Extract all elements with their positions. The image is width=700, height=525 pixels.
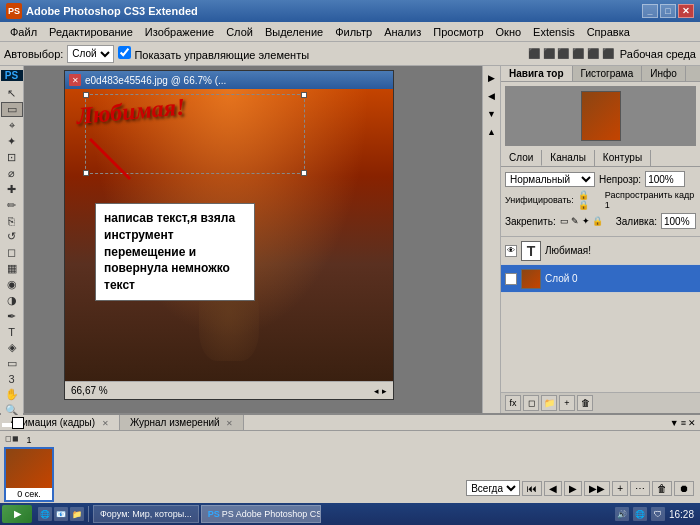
tab-measurement[interactable]: Журнал измерений ✕: [120, 415, 244, 430]
window-controls: _ □ ✕: [642, 4, 694, 18]
start-button[interactable]: ▶: [2, 505, 32, 523]
tab-navigator[interactable]: Навига тор: [501, 66, 573, 81]
blur-tool[interactable]: ◉: [1, 277, 23, 292]
pen-tool[interactable]: ✒: [1, 309, 23, 324]
delete-layer-button[interactable]: 🗑: [577, 395, 593, 411]
menu-layer[interactable]: Слой: [220, 24, 259, 40]
menu-filter[interactable]: Фильтр: [329, 24, 378, 40]
panel-close-btn[interactable]: ✕: [688, 418, 696, 428]
close-button[interactable]: ✕: [678, 4, 694, 18]
text-tool[interactable]: T: [1, 325, 23, 339]
animation-controls-container: Всегда ⏮ ◀ ▶ ▶▶ + ⋯ 🗑 ⏺: [464, 435, 696, 502]
add-style-button[interactable]: fx: [505, 395, 521, 411]
tab-layers[interactable]: Слои: [501, 150, 542, 166]
tab-info[interactable]: Инфо: [642, 66, 686, 81]
opacity-input[interactable]: [645, 171, 685, 187]
rewind-button[interactable]: ⏮: [522, 481, 542, 496]
menu-help[interactable]: Справка: [581, 24, 636, 40]
tab-channels[interactable]: Каналы: [542, 150, 595, 166]
layer-item-image[interactable]: 👁 Слой 0: [501, 265, 700, 293]
opacity-label: Непрозр:: [599, 174, 641, 185]
add-frame-button[interactable]: +: [612, 481, 628, 496]
dodge-tool[interactable]: ◑: [1, 293, 23, 308]
gradient-tool[interactable]: ▦: [1, 261, 23, 276]
menu-view[interactable]: Просмотр: [427, 24, 489, 40]
back-frame-button[interactable]: ◀: [544, 481, 562, 496]
history-brush-tool[interactable]: ↺: [1, 229, 23, 244]
add-mask-button[interactable]: ◻: [523, 395, 539, 411]
menu-file[interactable]: Файл: [4, 24, 43, 40]
mini-tool-4[interactable]: ▲: [484, 124, 500, 140]
brush-tool[interactable]: ✏: [1, 198, 23, 213]
magic-wand-tool[interactable]: ✦: [1, 134, 23, 149]
menu-analysis[interactable]: Анализ: [378, 24, 427, 40]
convert-button[interactable]: ⏺: [674, 481, 694, 496]
taskbar-item-photoshop[interactable]: PS PS Adobe Photoshop CS...: [201, 505, 321, 523]
transform-handle-br[interactable]: [301, 170, 307, 176]
mini-tool-1[interactable]: ▶: [484, 70, 500, 86]
menu-window[interactable]: Окно: [490, 24, 528, 40]
path-selection-tool[interactable]: ◈: [1, 340, 23, 355]
quicklaunch-icon-1[interactable]: 🌐: [38, 507, 52, 521]
layer-visibility-image[interactable]: 👁: [505, 273, 517, 285]
panel-minimize-btn[interactable]: ▼: [670, 418, 679, 428]
lasso-tool[interactable]: ⌖: [1, 118, 23, 133]
selection-tool[interactable]: ▭: [1, 102, 23, 117]
new-group-button[interactable]: 📁: [541, 395, 557, 411]
quicklaunch-icon-3[interactable]: 📁: [70, 507, 84, 521]
tray-icon-3: 🛡: [651, 507, 665, 521]
doc-close-button[interactable]: ✕: [69, 74, 81, 86]
tab-measurement-close[interactable]: ✕: [226, 419, 233, 428]
new-layer-button[interactable]: +: [559, 395, 575, 411]
tab-histogram[interactable]: Гистограма: [573, 66, 643, 81]
mini-tool-2[interactable]: ◀: [484, 88, 500, 104]
frame-thumbnail[interactable]: 0 сек.: [4, 447, 54, 502]
move-tool[interactable]: ↖: [1, 86, 23, 101]
document-title-bar: ✕ e0d483e45546.jpg @ 66.7% (...: [65, 71, 393, 89]
foreground-color[interactable]: [2, 423, 22, 427]
transform-handle-tr[interactable]: [301, 92, 307, 98]
crop-tool[interactable]: ⊡: [1, 150, 23, 165]
maximize-button[interactable]: □: [660, 4, 676, 18]
canvas-area[interactable]: ✕ e0d483e45546.jpg @ 66.7% (...: [24, 66, 482, 413]
blend-mode-select[interactable]: Нормальный: [505, 172, 595, 187]
main-area: PS ↖ ▭ ⌖ ✦ ⊡ ⌀ ✚ ✏ ⎘ ↺ ◻ ▦ ◉ ◑ ✒ T ◈ ▭ 3…: [0, 66, 700, 413]
minimize-button[interactable]: _: [642, 4, 658, 18]
eyedropper-tool[interactable]: ⌀: [1, 166, 23, 181]
menu-extensis[interactable]: Extensis: [527, 24, 581, 40]
taskbar-item-forum[interactable]: Форум: Мир, которы...: [93, 505, 199, 523]
layer-item-text[interactable]: 👁 T Любимая!: [501, 237, 700, 265]
forward-frame-button[interactable]: ▶▶: [584, 481, 610, 496]
looping-select[interactable]: Всегда: [466, 480, 520, 496]
tab-paths[interactable]: Контуры: [595, 150, 651, 166]
layers-panel-bottom: fx ◻ 📁 + 🗑: [501, 392, 700, 413]
autovyber-select[interactable]: Слой: [67, 45, 114, 63]
mini-tool-3[interactable]: ▼: [484, 106, 500, 122]
shape-tool[interactable]: ▭: [1, 356, 23, 371]
show-controls-checkbox[interactable]: [118, 46, 131, 59]
clone-stamp-tool[interactable]: ⎘: [1, 214, 23, 228]
zoom-bar: 66,67 % ◂ ▸: [65, 381, 393, 399]
tab-animation-close[interactable]: ✕: [102, 419, 109, 428]
menu-select[interactable]: Выделение: [259, 24, 329, 40]
menu-edit[interactable]: Редактирование: [43, 24, 139, 40]
document-content[interactable]: Любимая! написав текст,я взяла инструмен…: [65, 89, 393, 381]
fill-pct-input[interactable]: [661, 213, 696, 229]
delete-frame-button[interactable]: 🗑: [652, 481, 672, 496]
3d-tool[interactable]: 3: [1, 372, 23, 386]
healing-brush-tool[interactable]: ✚: [1, 182, 23, 197]
title-bar: PS Adobe Photoshop CS3 Extended _ □ ✕: [0, 0, 700, 22]
quicklaunch-icon-2[interactable]: 📧: [54, 507, 68, 521]
panel-menu-btn[interactable]: ≡: [681, 418, 686, 428]
play-button[interactable]: ▶: [564, 481, 582, 496]
document-window: ✕ e0d483e45546.jpg @ 66.7% (...: [64, 70, 394, 400]
menu-image[interactable]: Изображение: [139, 24, 220, 40]
eraser-tool[interactable]: ◻: [1, 245, 23, 260]
hand-tool[interactable]: ✋: [1, 387, 23, 402]
layer-visibility-text[interactable]: 👁: [505, 245, 517, 257]
tween-button[interactable]: ⋯: [630, 481, 650, 496]
background-color[interactable]: [12, 417, 24, 429]
menu-bar: Файл Редактирование Изображение Слой Выд…: [0, 22, 700, 42]
lock-row: Закрепить: ▭ ✎ ✦ 🔒 Заливка:: [505, 213, 696, 229]
frame-duration-label: 0 сек.: [6, 488, 52, 500]
